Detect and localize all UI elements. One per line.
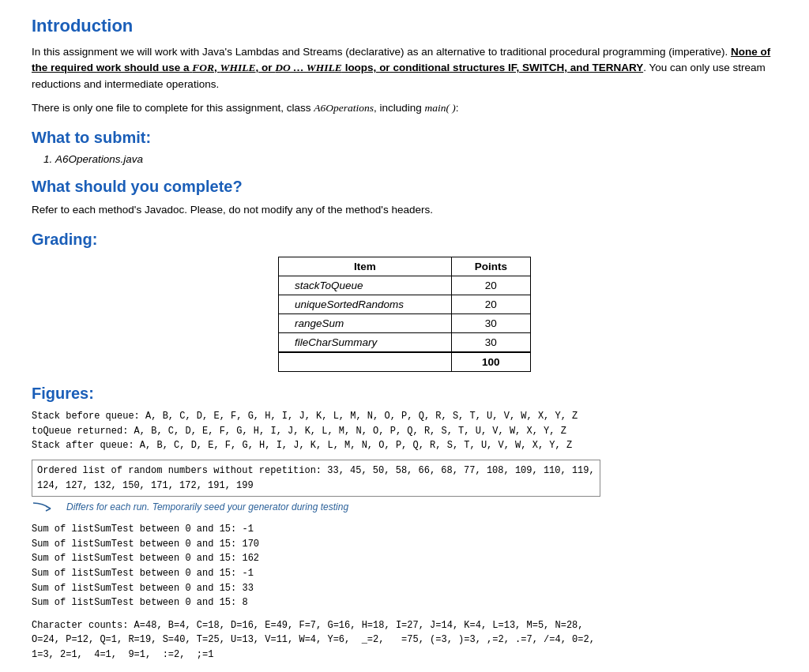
- grading-section: Grading: Item Points stackToQueue20uniqu…: [32, 231, 777, 372]
- random-numbers-section: Ordered list of random numbers without r…: [32, 460, 777, 516]
- table-cell-total-value: 100: [451, 352, 530, 372]
- differs-note-text: Differs for each run. Temporarily seed y…: [66, 501, 348, 512]
- table-cell-item: rangeSum: [279, 314, 452, 333]
- char-block: Character counts: A=48, B=4, C=18, D=16,…: [32, 618, 777, 663]
- char-block-section: Character counts: A=48, B=4, C=18, D=16,…: [32, 618, 777, 663]
- complete-section: What should you complete? Refer to each …: [32, 178, 777, 218]
- table-row-total: 100: [279, 352, 531, 372]
- table-cell-item: stackToQueue: [279, 276, 452, 295]
- submit-list: A6Operations.java: [55, 153, 777, 165]
- submit-section: What to submit: A6Operations.java: [32, 129, 777, 165]
- sum-block: Sum of listSumTest between 0 and 15: -1 …: [32, 522, 777, 610]
- intro-paragraph-2: There is only one file to complete for t…: [32, 100, 777, 116]
- stack-queue-block: Stack before queue: A, B, C, D, E, F, G,…: [32, 409, 777, 453]
- submit-title: What to submit:: [32, 129, 777, 147]
- table-header-row: Item Points: [279, 257, 531, 276]
- arrow-icon: [32, 501, 54, 516]
- complete-title: What should you complete?: [32, 178, 777, 196]
- table-cell-item: uniqueSortedRandoms: [279, 295, 452, 314]
- table-cell-points: 30: [451, 333, 530, 353]
- table-cell-points: 20: [451, 295, 530, 314]
- submit-list-item: A6Operations.java: [55, 153, 777, 165]
- table-row: rangeSum30: [279, 314, 531, 333]
- random-numbers-wrap: Ordered list of random numbers without r…: [32, 460, 777, 498]
- introduction-section: Introduction In this assignment we will …: [32, 16, 777, 116]
- random-numbers-content: Ordered list of random numbers without r…: [32, 460, 600, 497]
- table-row: uniqueSortedRandoms20: [279, 295, 531, 314]
- figures-title: Figures:: [32, 385, 777, 403]
- table-row: stackToQueue20: [279, 276, 531, 295]
- table-cell-points: 20: [451, 276, 530, 295]
- figures-section: Figures: Stack before queue: A, B, C, D,…: [32, 385, 777, 672]
- grading-title: Grading:: [32, 231, 777, 249]
- grading-table: Item Points stackToQueue20uniqueSortedRa…: [278, 257, 531, 372]
- introduction-title: Introduction: [32, 16, 777, 36]
- complete-paragraph: Refer to each method's Javadoc. Please, …: [32, 202, 777, 218]
- table-row: fileCharSummary30: [279, 333, 531, 353]
- intro-p1-start: In this assignment we will work with Jav…: [32, 46, 731, 58]
- sum-block-section: Sum of listSumTest between 0 and 15: -1 …: [32, 522, 777, 610]
- table-header-points: Points: [451, 257, 530, 276]
- table-header-item: Item: [279, 257, 452, 276]
- intro-paragraph-1: In this assignment we will work with Jav…: [32, 44, 777, 92]
- random-numbers-box: Ordered list of random numbers without r…: [32, 460, 600, 498]
- table-cell-total-label: [279, 352, 452, 372]
- differs-note-row: Differs for each run. Temporarily seed y…: [32, 501, 777, 516]
- table-cell-item: fileCharSummary: [279, 333, 452, 353]
- table-cell-points: 30: [451, 314, 530, 333]
